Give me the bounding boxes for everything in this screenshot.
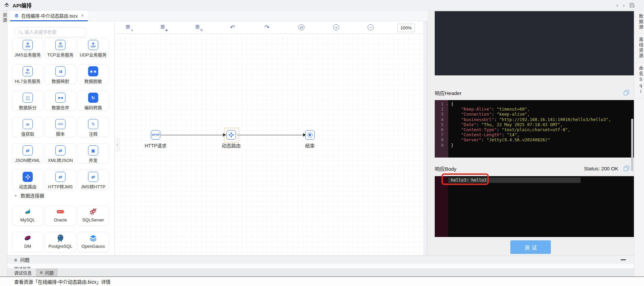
palette-item-16[interactable]: ⇄HTTP转JMS [45, 170, 76, 190]
palette-item-12[interactable]: ⇄JSON转XML [12, 143, 43, 164]
tab-bar: 在线编排-中介动态路由.bizx × [7, 10, 427, 21]
route-node-icon[interactable] [226, 130, 236, 140]
palette-item-4[interactable]: ⇉数据映射 [45, 64, 76, 85]
connector-item-sqlserver[interactable]: SQLServer [78, 206, 109, 226]
rail-tab-2[interactable]: 命名Sql [634, 63, 644, 99]
collapse-palette-handle[interactable]: ‹ [115, 138, 119, 151]
line-number: 6 [435, 127, 446, 132]
glyph: ✎ [91, 122, 95, 126]
end-node-icon[interactable] [305, 130, 315, 140]
response-inspector-panel: 响应Header 1▾{2 "Keep-Alive": "timeout=60"… [427, 10, 634, 256]
connector-item-oracle[interactable]: ORACLEOracle [45, 206, 76, 226]
palette-icon: ⇄ [55, 172, 65, 182]
debug-run-button[interactable]: ▶ [159, 23, 167, 31]
palette-item-label: HTTP转JMS [45, 183, 76, 190]
palette-icon: ∞ [23, 119, 33, 129]
clipped-text-fragment: 调试信息 [14, 265, 31, 268]
file-tab-active[interactable]: 在线编排-中介动态路由.bizx × [10, 10, 88, 21]
palette-item-5[interactable]: ∗∗数据脱敏 [78, 64, 109, 85]
svg-text:MySQL: MySQL [26, 212, 30, 214]
line-number: 8 [435, 137, 446, 142]
palette-icon: ⇄ [55, 145, 65, 156]
forward-arrow-icon[interactable]: › [623, 2, 625, 8]
section-data-connectors[interactable]: ▾ 数据连接器 [15, 192, 44, 199]
redo-button[interactable]: ↷ [263, 23, 271, 31]
bottom-tab-problems[interactable]: ≡问题 [36, 268, 58, 277]
http-node-icon[interactable]: HTTP [151, 130, 160, 140]
end-node-ring [307, 133, 313, 138]
palette-item-14[interactable]: ▣并发 [78, 143, 109, 164]
palette-item-9[interactable]: ∞值获取 [12, 117, 43, 137]
palette-item-11[interactable]: ✎注释 [78, 117, 109, 137]
bottom-tab-label: 问题 [45, 269, 54, 276]
problems-header-bar[interactable]: ≡ 问题 [7, 255, 634, 264]
connector-item-dm[interactable]: DM [12, 232, 43, 252]
search-input[interactable] [25, 30, 79, 35]
rail-tab-1[interactable]: 离线资源 [634, 34, 644, 63]
connector-item-postgresql[interactable]: PostgreSQL [45, 232, 76, 252]
palette-item-10[interactable]: </>脚本 [45, 117, 76, 137]
debug-deploy-button[interactable]: ↓ [125, 23, 133, 31]
palette-item-1[interactable]: ⊕TCPTCP业务服务 [45, 38, 76, 58]
code-line: 2 "Keep-Alive": "timeout=60", [435, 106, 634, 112]
palette-search-box[interactable] [14, 27, 87, 37]
palette-item-13[interactable]: ⇄XML转JSON [45, 143, 76, 164]
svg-text:ORACLE: ORACLE [57, 211, 64, 213]
code-text: "Content-Type": "text/plain;charset=utf-… [446, 127, 570, 132]
palette-item-3[interactable]: ⊕HL7HL7业务服务 [12, 64, 43, 85]
flow-canvas[interactable]: ‹ HTTP HTTP请求 动态路由 [115, 34, 423, 256]
palette-item-17[interactable]: ⇄JMS转HTTP [78, 170, 109, 190]
palette-icon: </> [55, 119, 65, 129]
red-annotation-box [441, 173, 489, 185]
code-text: "businessUrl": "http://192.168.16.141:10… [446, 117, 611, 122]
copy-body-icon[interactable] [624, 166, 629, 171]
minimize-panel-icon[interactable] [621, 259, 626, 260]
response-header-code[interactable]: 1▾{2 "Keep-Alive": "timeout=60",3 "Conne… [435, 100, 634, 158]
node-http-request[interactable]: HTTP HTTP请求 [140, 130, 171, 149]
palette-item-6[interactable]: ◫数据拆分 [12, 91, 43, 111]
node-dynamic-route[interactable]: 动态路由 [216, 130, 246, 149]
code-line: 8 "Server": "Jetty(9.4.56.v20240826)" [435, 137, 634, 142]
palette-item-8[interactable]: ↻编码转换 [78, 91, 109, 111]
fit-view-button[interactable]: ⇄ [297, 23, 305, 31]
titlebar-controls: ‹ › [616, 0, 635, 10]
code-line: 5 "Date": "Thu, 22 May 2025 07:18:43 GMT… [435, 122, 634, 127]
save-icon[interactable] [629, 3, 635, 8]
title-bar: API编排 ‹ › [0, 0, 644, 10]
palette-item-2[interactable]: ⊕UDPUDP业务服务 [78, 38, 109, 58]
bottom-tab-debug-info[interactable]: 调试信息 [10, 268, 36, 277]
connector-item-opengauss[interactable]: OpenGauss [78, 232, 109, 252]
response-body-code[interactable]: 1hello3: hello3 [435, 176, 634, 237]
undo-button[interactable]: ↶ [229, 23, 237, 31]
bottom-tab-label: 调试信息 [14, 269, 32, 276]
resources-rail-tab[interactable]: 资源 [1, 13, 8, 23]
connector-label: PostgreSQL [45, 244, 76, 249]
code-text: } [446, 143, 454, 148]
response-body-title: 响应Body [435, 165, 456, 172]
palette-item-label: 数据拆分 [12, 104, 43, 111]
palette-icon: ▶◀ [55, 93, 65, 103]
copy-header-icon[interactable] [624, 90, 629, 95]
palette-item-label: JMS转HTTP [78, 183, 108, 190]
bottom-tab-bar: 调试信息≡问题 [7, 268, 634, 277]
rail-tab-0[interactable]: 数据源 [634, 10, 644, 34]
zoom-level-indicator[interactable]: 100% [397, 24, 415, 32]
zoom-in-button[interactable]: + [332, 23, 340, 31]
palette-item-0[interactable]: ⊕JMSJMS业务服务 [12, 38, 43, 58]
close-tab-icon[interactable]: × [81, 13, 84, 18]
code-text: "Content-Length": "14", [446, 132, 519, 137]
node-end[interactable]: 结束 [295, 130, 325, 149]
palette-item-15[interactable]: 动态路由 [12, 170, 43, 190]
section-label: 数据连接器 [21, 192, 44, 199]
right-rail: 数据源离线资源命名Sql [634, 10, 644, 286]
palette-item-label: JMS业务服务 [12, 51, 43, 58]
back-arrow-icon[interactable]: ‹ [616, 2, 618, 8]
panel-scrollbar-thumb[interactable] [631, 119, 633, 171]
palette-item-7[interactable]: ▶◀数据合并 [45, 91, 76, 111]
zoom-out-button[interactable]: − [367, 23, 375, 31]
palette-item-label: 数据映射 [45, 78, 76, 84]
debug-restart-button[interactable]: ↻ [194, 23, 202, 31]
problems-header-label: 问题 [20, 256, 30, 263]
test-button[interactable]: 测试 [510, 240, 551, 254]
connector-item-mysql[interactable]: MySQLMySQL [12, 206, 43, 226]
